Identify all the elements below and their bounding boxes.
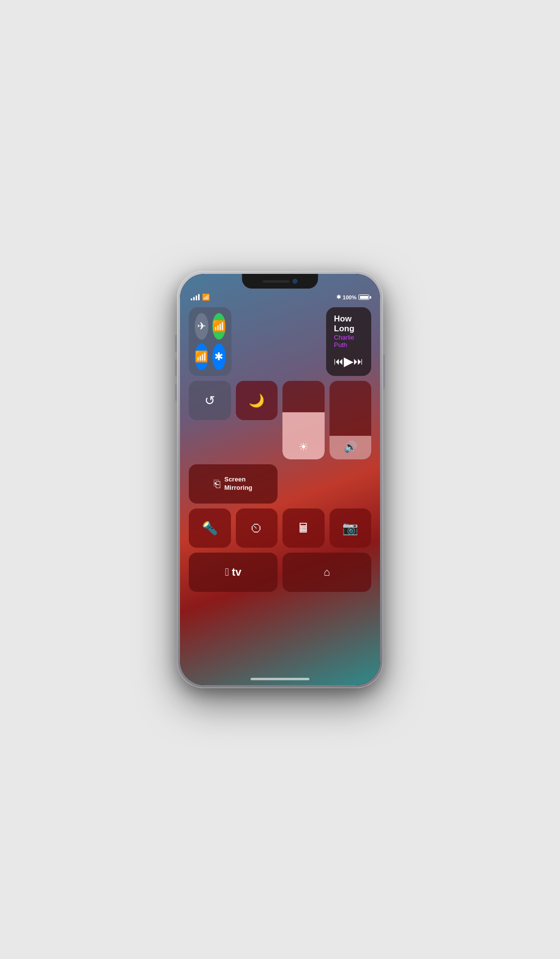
- notch: [242, 274, 318, 289]
- apple-tv-button[interactable]:  tv: [189, 553, 278, 592]
- status-right: ✱ 100%: [336, 294, 369, 300]
- brightness-icon: ☀: [299, 441, 308, 453]
- moon-icon: 🌙: [249, 393, 264, 408]
- timer-button[interactable]: ⏲: [236, 508, 278, 548]
- calculator-icon: 🖩: [297, 521, 310, 536]
- speaker-grille: [263, 280, 290, 283]
- screen-mirroring-button[interactable]: ⎗ ScreenMirroring: [189, 464, 278, 504]
- connectivity-widget[interactable]: ✈ 📶 📶 ✱: [189, 307, 231, 376]
- music-controls: ⏮ ▶ ⏭: [334, 354, 363, 369]
- rotation-lock-button[interactable]: ↺︎: [189, 381, 231, 420]
- screen-mirror-row: ⎗ ScreenMirroring: [189, 464, 371, 504]
- timer-icon: ⏲: [250, 521, 263, 536]
- bottom-tiles-row2:  tv ⌂: [189, 553, 371, 592]
- apple-tv-icon:  tv: [225, 566, 242, 579]
- music-widget[interactable]: How Long Charlie Puth ⏮ ▶ ⏭: [326, 307, 371, 376]
- wifi-icon: 📶: [195, 350, 208, 363]
- top-row: ✈ 📶 📶 ✱: [189, 307, 371, 376]
- music-info: How Long Charlie Puth: [334, 314, 363, 348]
- flashlight-button[interactable]: 🔦: [189, 508, 231, 548]
- wifi-button[interactable]: 📶: [195, 344, 208, 370]
- status-left: 📶: [191, 293, 210, 301]
- iphone-device: 📶 ✱ 100%: [177, 271, 383, 688]
- phone-body: 📶 ✱ 100%: [180, 274, 380, 685]
- airplane-mode-button[interactable]: ✈: [195, 313, 208, 340]
- camera-button[interactable]: 📷: [330, 508, 372, 548]
- screen-mirror-icon: ⎗: [214, 478, 220, 490]
- music-artist: Charlie Puth: [334, 334, 363, 348]
- bluetooth-icon: ✱: [336, 294, 341, 300]
- camera-icon: 📷: [342, 521, 358, 536]
- bluetooth-icon-btn: ✱: [214, 350, 223, 363]
- volume-slider[interactable]: 🔊: [330, 381, 372, 459]
- rewind-button[interactable]: ⏮: [334, 356, 344, 367]
- bluetooth-button[interactable]: ✱: [212, 344, 226, 370]
- home-button[interactable]: ⌂: [282, 553, 371, 592]
- signal-icon: [191, 294, 200, 300]
- calculator-button[interactable]: 🖩: [282, 508, 325, 548]
- hotspot-icon: 📶: [212, 320, 226, 333]
- home-indicator[interactable]: [251, 678, 309, 680]
- volume-icon: 🔊: [344, 441, 357, 453]
- airplane-icon: ✈: [197, 320, 206, 333]
- do-not-disturb-button[interactable]: 🌙: [236, 381, 278, 420]
- hotspot-button[interactable]: 📶: [212, 313, 226, 340]
- home-icon: ⌂: [324, 566, 330, 579]
- phone-screen: 📶 ✱ 100%: [180, 274, 380, 685]
- screen-mirror-label: ScreenMirroring: [224, 476, 252, 492]
- play-button[interactable]: ▶: [344, 354, 354, 369]
- flashlight-icon: 🔦: [202, 521, 218, 536]
- middle-section: ↺︎ 🌙 ☀ 🔊: [189, 381, 371, 459]
- status-bar: 📶 ✱ 100%: [180, 291, 380, 303]
- battery-percent: 100%: [343, 294, 356, 300]
- control-center: ✈ 📶 📶 ✱: [189, 307, 371, 592]
- wifi-status-icon: 📶: [202, 293, 210, 301]
- fast-forward-button[interactable]: ⏭: [354, 356, 363, 367]
- bottom-tiles-row1: 🔦 ⏲ 🖩 📷: [189, 508, 371, 548]
- brightness-slider[interactable]: ☀: [282, 381, 325, 459]
- rotation-lock-icon: ↺︎: [204, 393, 215, 408]
- music-title: How Long: [334, 314, 363, 334]
- battery-icon: [358, 294, 369, 300]
- front-camera: [293, 279, 298, 284]
